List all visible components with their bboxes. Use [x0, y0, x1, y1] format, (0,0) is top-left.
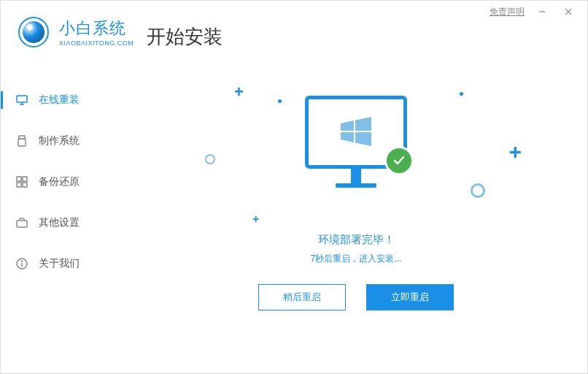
plus-icon: +	[508, 140, 522, 164]
sidebar-item-reinstall[interactable]: 在线重装	[15, 80, 117, 121]
dot-icon	[460, 92, 463, 96]
svg-rect-11	[23, 183, 27, 187]
main-content: + + + 环境部署完毕！ 7秒后重启，进入安装...	[147, 74, 565, 351]
svg-rect-12	[17, 221, 27, 227]
briefcase-icon	[15, 216, 28, 229]
status-subtitle: 7秒后重启，进入安装...	[147, 253, 565, 265]
svg-rect-7	[18, 139, 26, 146]
sidebar-item-label: 备份还原	[39, 175, 80, 188]
sidebar-item-about[interactable]: 关于我们	[15, 243, 117, 284]
usb-icon	[15, 134, 28, 148]
circle-icon	[205, 154, 215, 164]
circle-icon	[471, 183, 485, 198]
sidebar-item-backup[interactable]: 备份还原	[15, 161, 117, 202]
status-title: 环境部署完毕！	[147, 233, 565, 247]
info-icon	[15, 257, 28, 270]
monitor-illustration	[305, 96, 407, 188]
close-button[interactable]	[560, 3, 577, 20]
plus-icon: +	[252, 213, 259, 226]
svg-rect-10	[17, 183, 21, 187]
restart-later-button[interactable]: 稍后重启	[258, 284, 346, 310]
logo-icon	[18, 17, 49, 47]
windows-icon	[338, 116, 374, 148]
grid-icon	[15, 175, 28, 188]
dot-icon	[278, 99, 282, 103]
plus-icon: +	[234, 83, 244, 102]
restart-now-button[interactable]: 立即重启	[366, 284, 454, 310]
actions: 稍后重启 立即重启	[147, 284, 565, 310]
svg-rect-9	[23, 177, 27, 181]
minimize-button[interactable]	[533, 3, 551, 20]
svg-rect-3	[17, 96, 27, 102]
header: 小白系统 XIAOBAIXITONG.COM	[18, 17, 134, 47]
brand: 小白系统 XIAOBAIXITONG.COM	[59, 18, 134, 47]
disclaimer-link[interactable]: 免责声明	[490, 6, 525, 18]
brand-domain: XIAOBAIXITONG.COM	[59, 39, 134, 47]
sidebar: 在线重装 制作系统 备份还原 其他设置 关于我们	[1, 80, 117, 284]
sidebar-item-label: 在线重装	[39, 94, 80, 107]
status: 环境部署完毕！ 7秒后重启，进入安装...	[147, 233, 565, 265]
illustration: + + +	[147, 74, 565, 220]
sidebar-item-make-system[interactable]: 制作系统	[15, 121, 117, 161]
monitor-icon	[15, 94, 28, 107]
sidebar-item-label: 制作系统	[39, 134, 80, 148]
svg-point-15	[22, 261, 23, 262]
sidebar-item-label: 其他设置	[39, 216, 80, 229]
check-icon	[384, 146, 414, 175]
svg-rect-8	[17, 177, 21, 181]
sidebar-item-settings[interactable]: 其他设置	[15, 202, 117, 243]
page-title: 开始安装	[147, 24, 223, 50]
sidebar-item-label: 关于我们	[39, 257, 80, 270]
brand-name: 小白系统	[59, 18, 134, 39]
titlebar: 免责声明	[490, 1, 587, 23]
